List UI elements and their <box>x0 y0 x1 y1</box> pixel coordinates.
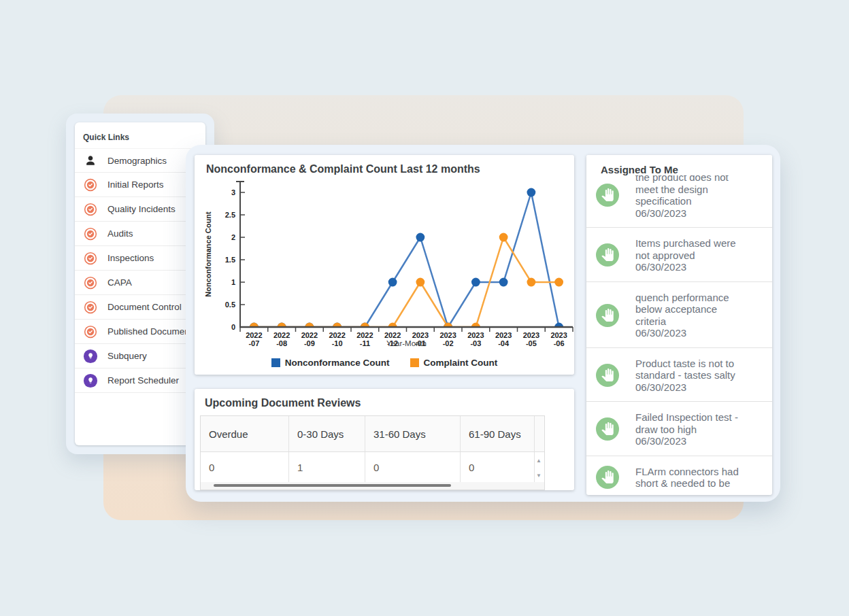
sidebar-item-label: Report Scheduler <box>107 375 179 386</box>
check-circle-icon <box>83 251 98 266</box>
sidebar-item-label: Demographics <box>107 156 167 166</box>
x-tick-label: -08 <box>276 339 287 347</box>
column-header: Overdue <box>201 416 289 451</box>
task-description: Failed Inspection test - draw too high <box>635 411 738 435</box>
document-reviews-table: Overdue0-30 Days31-60 Days61-90 Days 010… <box>200 415 545 490</box>
sidebar-item-label: CAPA <box>107 277 132 288</box>
check-circle-icon <box>84 203 97 216</box>
x-tick-label: -05 <box>526 339 537 347</box>
hand-icon <box>596 304 619 327</box>
legend-label: Complaint Count <box>424 358 498 368</box>
x-tick-label: 2022 <box>273 331 290 339</box>
hand-icon <box>596 466 619 489</box>
x-tick-label: -02 <box>443 339 454 347</box>
check-circle-icon <box>84 325 97 339</box>
legend-entry: Complaint Count <box>410 358 498 368</box>
hand-icon <box>596 364 619 387</box>
hand-icon <box>596 184 619 207</box>
y-tick-label: 2 <box>231 233 235 241</box>
x-tick-label: 2023 <box>467 331 484 339</box>
x-tick-label: 2022 <box>329 331 345 339</box>
hand-icon <box>596 243 619 267</box>
nonconformance-chart-panel: Nonconformance & Complaint Count Last 12… <box>195 155 574 375</box>
data-point <box>416 278 424 287</box>
document-reviews-title: Upcoming Document Reviews <box>195 389 574 409</box>
hand-icon <box>596 364 619 387</box>
assigned-task-item[interactable]: quench performance below acceptance crit… <box>586 282 772 348</box>
check-circle-icon <box>84 252 97 265</box>
y-axis-title: Nonconformance Count <box>204 211 212 297</box>
y-tick-label: 2.5 <box>225 211 235 219</box>
check-circle-icon <box>84 276 97 290</box>
sidebar-item-label: Published Documents <box>107 326 197 337</box>
x-tick-label: -04 <box>498 339 510 347</box>
scroll-down-icon[interactable]: ▼ <box>536 473 542 479</box>
horizontal-scrollbar-thumb[interactable] <box>214 484 451 487</box>
x-axis-title: Year-Month <box>386 339 427 347</box>
data-point <box>388 278 397 287</box>
sidebar-item-label: Quality Incidents <box>107 204 176 214</box>
horizontal-scrollbar[interactable] <box>201 482 544 490</box>
task-due-date: 06/30/2023 <box>635 327 729 339</box>
series-line <box>254 192 559 327</box>
x-tick-label: 2022 <box>356 331 373 339</box>
table-cell: 1 <box>289 452 365 482</box>
dashboard-card: Nonconformance & Complaint Count Last 12… <box>186 145 780 502</box>
sidebar-item-label: Initial Reports <box>107 179 164 190</box>
lightbulb-icon <box>83 373 98 388</box>
legend-swatch-icon <box>410 358 419 367</box>
assigned-to-me-title: Assigned To Me <box>586 155 772 175</box>
check-circle-icon <box>84 178 97 192</box>
lightbulb-icon <box>83 349 98 364</box>
quick-links-title: Quick Links <box>75 122 205 148</box>
task-description: FLArm connectors had short & needed to b… <box>635 466 739 490</box>
x-tick-label: -11 <box>360 339 370 347</box>
data-point <box>471 278 480 287</box>
person-icon <box>84 154 97 167</box>
lightbulb-icon <box>83 373 98 388</box>
hand-icon <box>596 184 619 207</box>
x-tick-label: -06 <box>554 339 565 347</box>
person-icon <box>83 153 98 168</box>
assigned-task-item[interactable]: the product does not meet the design spe… <box>586 171 772 228</box>
sidebar-item-label: Audits <box>107 228 133 239</box>
hand-icon <box>596 243 619 267</box>
y-tick-label: 3 <box>231 188 235 196</box>
hand-icon <box>596 466 619 489</box>
data-point <box>499 278 508 287</box>
sidebar-item-label: Inspections <box>107 253 154 263</box>
sidebar-item-label: Document Control <box>107 302 182 312</box>
assigned-to-me-list: the product does not meet the design spe… <box>586 155 772 495</box>
y-tick-label: 1.5 <box>225 256 235 264</box>
assigned-task-item[interactable]: Product taste is not to standard - taste… <box>586 348 772 403</box>
x-tick-label: 2023 <box>550 331 567 339</box>
chart-title: Nonconformance & Complaint Count Last 12… <box>195 155 574 175</box>
x-tick-label: 2023 <box>523 331 539 339</box>
table-cell: 0 <box>461 452 535 482</box>
lightbulb-icon <box>83 349 98 364</box>
check-circle-icon <box>84 301 97 314</box>
assigned-task-item[interactable]: FLArm connectors had short & needed to b… <box>586 456 772 496</box>
x-tick-label: -10 <box>332 339 343 347</box>
column-header: 31-60 Days <box>365 416 461 451</box>
legend-swatch-icon <box>271 358 280 367</box>
assigned-task-item[interactable]: Failed Inspection test - draw too high06… <box>586 402 772 456</box>
assigned-task-item[interactable]: Items purchased were not approved06/30/2… <box>586 228 772 282</box>
scroll-up-icon[interactable]: ▲ <box>536 458 542 464</box>
vertical-scrollbar: ▲ ▼ <box>533 416 544 490</box>
check-circle-icon <box>83 226 98 241</box>
hand-icon <box>596 304 619 327</box>
document-reviews-panel: Upcoming Document Reviews Overdue0-30 Da… <box>195 389 574 490</box>
y-tick-label: 0.5 <box>225 301 235 309</box>
hand-icon <box>596 417 619 441</box>
task-due-date: 06/30/2023 <box>635 261 736 273</box>
task-description: Items purchased were not approved <box>635 237 736 261</box>
task-description: quench performance below acceptance crit… <box>635 292 729 328</box>
x-tick-label: -07 <box>248 339 259 347</box>
sidebar-item-label: Subquery <box>107 351 147 361</box>
legend-entry: Nonconformance Count <box>271 358 390 368</box>
task-description: the product does not meet the design spe… <box>635 171 729 207</box>
check-circle-icon <box>83 275 98 290</box>
x-tick-label: 2023 <box>495 331 512 339</box>
x-tick-label: 2022 <box>301 331 318 339</box>
